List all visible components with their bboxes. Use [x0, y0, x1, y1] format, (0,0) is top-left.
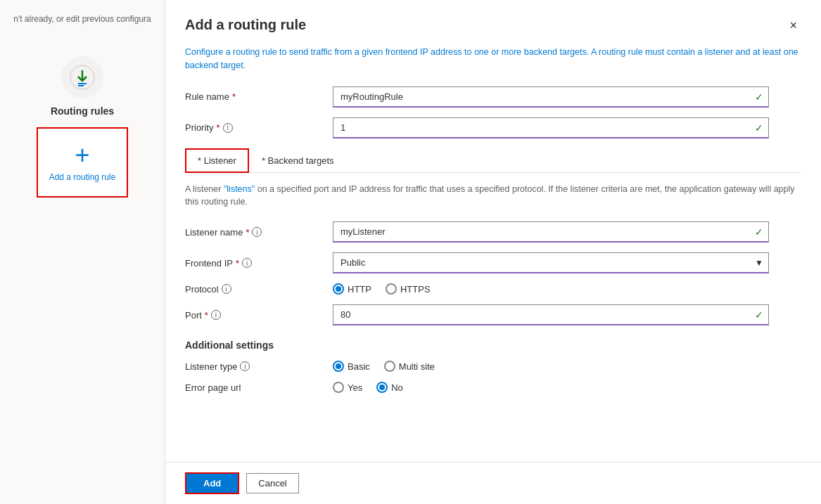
- error-page-url-label: Error page url: [185, 382, 333, 393]
- error-page-url-radio-group: Yes No: [333, 382, 403, 393]
- protocol-label: Protocol i: [185, 284, 333, 295]
- port-label: Port * i: [185, 310, 333, 321]
- error-page-url-yes-radio[interactable]: [333, 382, 344, 393]
- listener-type-info-icon: i: [240, 361, 250, 371]
- rule-name-row: Rule name * ✓: [185, 86, 801, 108]
- error-page-url-yes-option[interactable]: Yes: [333, 382, 362, 393]
- priority-check-icon: ✓: [755, 122, 763, 134]
- sidebar-top-text: n't already, or edit previous configura: [0, 7, 165, 31]
- cancel-button[interactable]: Cancel: [246, 473, 298, 493]
- error-page-url-row: Error page url Yes No: [185, 382, 801, 393]
- additional-settings-title: Additional settings: [185, 340, 801, 351]
- port-row: Port * i ✓: [185, 304, 801, 325]
- listener-description: A listener "listens" on a specified port…: [185, 183, 801, 209]
- rule-name-input[interactable]: [333, 86, 769, 108]
- routing-rules-icon: [61, 56, 103, 98]
- protocol-http-radio[interactable]: [333, 283, 344, 295]
- rule-name-input-wrap: ✓: [333, 86, 769, 108]
- listener-name-info-icon: i: [252, 227, 262, 237]
- routing-rules-label: Routing rules: [51, 105, 114, 117]
- listener-name-label: Listener name * i: [185, 227, 333, 238]
- port-check-icon: ✓: [755, 309, 763, 321]
- tab-row: * Listener * Backend targets: [185, 148, 801, 173]
- close-button[interactable]: ×: [785, 17, 801, 34]
- port-info-icon: i: [211, 310, 221, 320]
- protocol-https-radio[interactable]: [386, 283, 397, 295]
- frontend-ip-info-icon: i: [242, 258, 252, 268]
- priority-info-icon: i: [223, 123, 233, 133]
- dialog: Add a routing rule × Configure a routing…: [165, 0, 821, 462]
- listener-name-input-wrap: ✓: [333, 221, 769, 243]
- port-input-wrap: ✓: [333, 304, 769, 325]
- rule-name-check-icon: ✓: [755, 91, 763, 103]
- rule-name-label: Rule name *: [185, 91, 333, 102]
- dialog-footer: Add Cancel: [165, 462, 821, 504]
- dialog-title: Add a routing rule: [185, 17, 306, 33]
- tab-listener[interactable]: * Listener: [185, 148, 249, 173]
- protocol-http-option[interactable]: HTTP: [333, 283, 371, 295]
- priority-row: Priority * i ✓: [185, 117, 801, 138]
- protocol-https-option[interactable]: HTTPS: [386, 283, 431, 295]
- listener-type-label: Listener type i: [185, 361, 333, 372]
- dialog-header: Add a routing rule ×: [185, 17, 801, 34]
- add-routing-rule-card-label: Add a routing rule: [49, 172, 116, 182]
- add-button[interactable]: Add: [185, 472, 239, 494]
- listener-type-basic-radio[interactable]: [333, 361, 344, 372]
- listener-type-multisite-option[interactable]: Multi site: [384, 361, 435, 372]
- protocol-info-icon: i: [222, 284, 231, 294]
- priority-input-wrap: ✓: [333, 117, 769, 138]
- protocol-radio-group: HTTP HTTPS: [333, 283, 431, 295]
- frontend-ip-label: Frontend IP * i: [185, 258, 333, 269]
- listener-name-check-icon: ✓: [755, 226, 763, 238]
- description-text: Configure a routing rule to send traffic…: [185, 46, 801, 72]
- sidebar: n't already, or edit previous configura …: [0, 0, 165, 504]
- listener-type-basic-option[interactable]: Basic: [333, 361, 370, 372]
- main-panel: Add a routing rule × Configure a routing…: [165, 0, 821, 504]
- frontend-ip-select[interactable]: Public Private: [333, 252, 769, 273]
- error-page-url-no-option[interactable]: No: [376, 382, 403, 393]
- error-page-url-no-radio[interactable]: [376, 382, 388, 393]
- add-routing-rule-card[interactable]: + Add a routing rule: [37, 127, 128, 198]
- priority-input[interactable]: [333, 117, 769, 138]
- priority-label: Priority * i: [185, 122, 333, 133]
- frontend-ip-select-wrap: Public Private ▼: [333, 252, 769, 273]
- tab-backend-targets[interactable]: * Backend targets: [249, 148, 347, 173]
- listener-type-row: Listener type i Basic Multi site: [185, 361, 801, 372]
- listener-type-multisite-radio[interactable]: [384, 361, 395, 372]
- port-input[interactable]: [333, 304, 769, 325]
- listener-name-input[interactable]: [333, 221, 769, 243]
- listener-name-row: Listener name * i ✓: [185, 221, 801, 243]
- frontend-ip-row: Frontend IP * i Public Private ▼: [185, 252, 801, 273]
- listener-type-radio-group: Basic Multi site: [333, 361, 435, 372]
- plus-icon: +: [75, 143, 89, 168]
- protocol-row: Protocol i HTTP HTTPS: [185, 283, 801, 295]
